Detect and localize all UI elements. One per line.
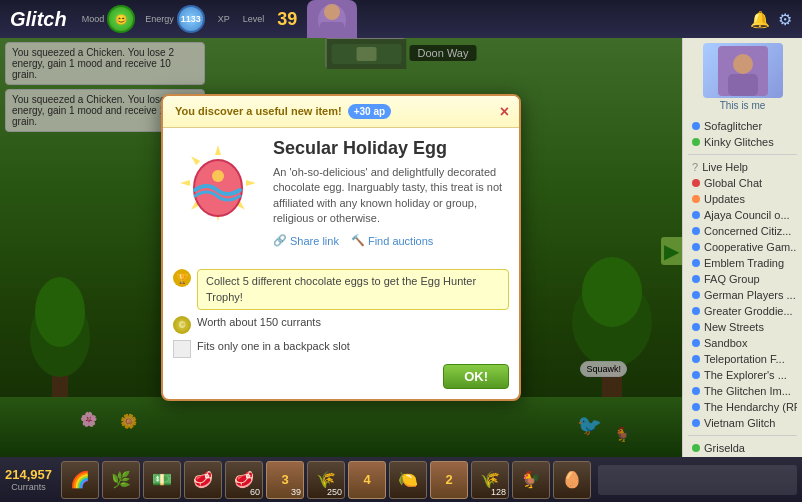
svg-rect-2 [320,22,344,38]
sidebar-item-new-streets[interactable]: New Streets [688,319,797,335]
inventory-slot-5[interactable]: 3 39 [266,461,304,499]
fits-row: Fits only one in a backpack slot [173,340,509,358]
svg-point-17 [733,54,753,74]
sidebar-item-greater[interactable]: Greater Groddie... [688,303,797,319]
notification-icon[interactable]: 🔔 [750,10,770,29]
dot-concerned [692,227,700,235]
avatar-svg [718,46,768,96]
dot-vietnam [692,419,700,427]
inventory-slot-0[interactable]: 🌈 [61,461,99,499]
ok-button[interactable]: OK! [443,364,509,389]
item-description: An 'oh-so-delicious' and delightfully de… [273,165,509,227]
trophy-icon: 🏆 [173,269,191,287]
level-value: 39 [277,9,297,30]
mood-icon: 😊 [107,5,135,33]
svg-rect-18 [728,74,758,96]
new-streets-label: New Streets [704,321,764,333]
dot-kinky [692,138,700,146]
sidebar-item-emblem[interactable]: Emblem Trading [688,255,797,271]
ajaya-label: Ajaya Council o... [704,209,790,221]
glitchen-label: The Glitchen Im... [704,385,791,397]
slot-icon-12: 🥚 [562,470,582,489]
sidebar-item-global-chat[interactable]: Global Chat [688,175,797,191]
slot-icon-9: 2 [445,472,452,487]
inventory-slot-4[interactable]: 🥩 60 [225,461,263,499]
slot-icon-8: 🍋 [398,470,418,489]
sidebar-item-kinky-glitches[interactable]: Kinky Glitches [688,134,797,150]
modal-close-button[interactable]: × [500,104,509,120]
sidebar-item-live-help[interactable]: ? Live Help [688,159,797,175]
sandbox-label: Sandbox [704,337,747,349]
sidebar-avatar-image [703,43,783,98]
sidebar-item-vietnam[interactable]: Vietnam Glitch [688,415,797,431]
inventory-slot-9[interactable]: 2 [430,461,468,499]
app-logo[interactable]: Glitch [0,8,77,31]
vietnam-label: Vietnam Glitch [704,417,775,429]
sidebar-item-glitchen[interactable]: The Glitchen Im... [688,383,797,399]
sidebar-item-concerned[interactable]: Concerned Citiz... [688,223,797,239]
griselda-label: Griselda [704,442,745,454]
xp-label: XP [218,14,230,24]
sidebar-item-teleportation[interactable]: Teleportation F... [688,351,797,367]
inventory-slot-3[interactable]: 🥩 [184,461,222,499]
slot-icon-11: 🐓 [521,470,541,489]
mood-label: Mood [82,14,105,24]
sidebar-item-updates[interactable]: Updates [688,191,797,207]
settings-icon[interactable]: ⚙ [778,10,792,29]
sidebar-item-sofaglitcher[interactable]: Sofaglitcher [688,118,797,134]
this-is-me-label: This is me [720,100,766,111]
level-label: Level [243,14,265,24]
sidebar-item-german[interactable]: German Players ... [688,287,797,303]
sidebar-item-ajaya[interactable]: Ajaya Council o... [688,207,797,223]
discovery-text: You discover a useful new item! [175,105,342,117]
inventory-scroll[interactable] [598,465,797,495]
inventory-slot-7[interactable]: 4 [348,461,386,499]
sidebar-item-cooperative[interactable]: Cooperative Gam... [688,239,797,255]
checkbox-icon [173,340,191,358]
concerned-label: Concerned Citiz... [704,225,791,237]
modal-footer: 🏆 Collect 5 different chocolate eggs to … [163,263,519,399]
slot-icon-1: 🌿 [111,470,131,489]
slot-count-5: 39 [291,487,301,497]
inventory-slot-8[interactable]: 🍋 [389,461,427,499]
xp-bonus-badge: +30 ap [348,104,391,119]
dot-teleportation [692,355,700,363]
kinky-glitches-label: Kinky Glitches [704,136,774,148]
sofaglitcher-label: Sofaglitcher [704,120,762,132]
sidebar-divider-1 [688,154,797,155]
inventory-slot-1[interactable]: 🌿 [102,461,140,499]
german-label: German Players ... [704,289,796,301]
dot-glitchen [692,387,700,395]
ok-btn-row: OK! [173,364,509,389]
contacts-section: Sofaglitcher Kinky Glitches ? Live Help … [683,116,802,502]
modal-text: Secular Holiday Egg An 'oh-so-delicious'… [273,138,509,254]
sidebar-item-griselda[interactable]: Griselda [688,440,797,456]
sidebar-item-sandbox[interactable]: Sandbox [688,335,797,351]
dot-new-streets [692,323,700,331]
worth-text: Worth about 150 currants [197,316,321,328]
find-auctions-button[interactable]: 🔨 Find auctions [351,234,433,247]
explorer-label: The Explorer's ... [704,369,787,381]
player-name: This is me [688,100,797,111]
share-link-button[interactable]: 🔗 Share link [273,234,339,247]
inventory-slot-11[interactable]: 🐓 [512,461,550,499]
link-icon: 🔗 [273,234,287,247]
item-name: Secular Holiday Egg [273,138,509,159]
inventory-slot-12[interactable]: 🥚 [553,461,591,499]
sidebar-item-hendarchy[interactable]: The Hendarchy (RP) [688,399,797,415]
sidebar-item-explorer[interactable]: The Explorer's ... [688,367,797,383]
slot-icon-3: 🥩 [193,470,213,489]
player-avatar[interactable] [307,0,357,38]
slot-icon-2: 💵 [152,470,172,489]
svg-marker-6 [215,145,221,155]
inventory-slot-10[interactable]: 🌾 128 [471,461,509,499]
inventory-slot-6[interactable]: 🌾 250 [307,461,345,499]
energy-bar: 1133 [177,5,205,33]
sidebar-item-faq[interactable]: FAQ Group [688,271,797,287]
svg-point-1 [324,4,340,20]
avatar-area [307,0,357,38]
slot-icon-0: 🌈 [70,470,90,489]
inventory-slot-2[interactable]: 💵 [143,461,181,499]
dot-sofaglitcher [692,122,700,130]
emblem-label: Emblem Trading [704,257,784,269]
